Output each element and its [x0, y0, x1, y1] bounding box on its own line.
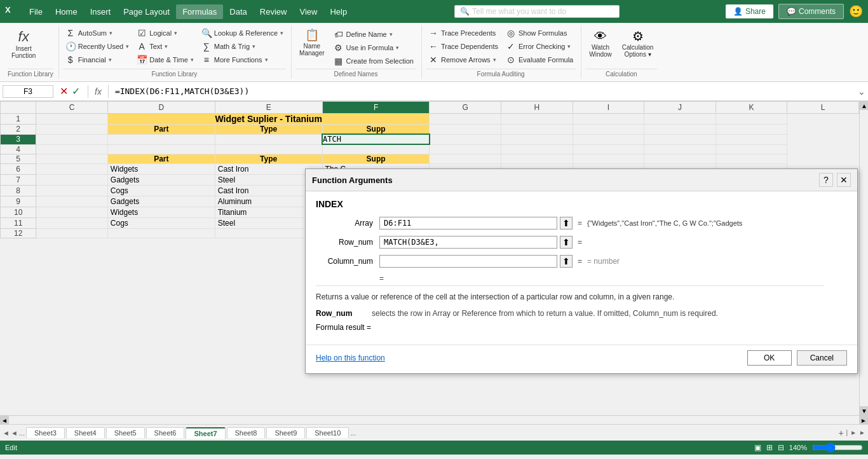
sheet-tab-sheet7[interactable]: Sheet7: [186, 427, 225, 439]
add-sheet-button[interactable]: +: [838, 428, 843, 438]
h-scroll-track[interactable]: [9, 416, 859, 424]
cell-d11[interactable]: Cogs: [107, 217, 215, 228]
scroll-right-button[interactable]: ►: [859, 416, 868, 424]
arg-input-colnum[interactable]: [379, 255, 557, 268]
dialog-close-button[interactable]: ✕: [837, 173, 851, 187]
scroll-tabs-left2[interactable]: ◄: [11, 429, 18, 437]
scroll-sheets-right[interactable]: ►: [850, 429, 857, 436]
name-manager-button[interactable]: 📋 NameManager: [295, 27, 328, 58]
cell-d9[interactable]: Gadgets: [107, 196, 215, 207]
col-header-l[interactable]: L: [787, 102, 859, 114]
zoom-slider[interactable]: [812, 442, 863, 453]
search-box[interactable]: 🔍 Tell me what you want to do: [454, 5, 620, 18]
recently-used-button[interactable]: 🕐 Recently Used ▾: [63, 40, 132, 53]
use-in-formula-button[interactable]: ⚙ Use in Formula ▾: [331, 41, 416, 54]
scroll-down-button[interactable]: ▼: [860, 406, 868, 415]
cell-g1[interactable]: [430, 114, 501, 125]
cell-h1[interactable]: [501, 114, 573, 125]
cell-c10[interactable]: [36, 207, 108, 217]
cell-f2[interactable]: Supp: [322, 125, 430, 135]
ok-button[interactable]: OK: [747, 350, 792, 366]
name-box[interactable]: [3, 85, 53, 98]
vertical-scrollbar[interactable]: ▲ ▼: [859, 101, 868, 415]
cell-c9[interactable]: [36, 196, 108, 207]
cell-e2[interactable]: Type: [215, 125, 322, 135]
function-arguments-dialog[interactable]: Function Arguments ? ✕ INDEX Array ⬆ = {…: [305, 168, 858, 374]
cell-f3-active[interactable]: ATCH: [322, 134, 430, 144]
cell-f5[interactable]: Supp: [322, 154, 430, 163]
cell-g4[interactable]: [430, 144, 501, 154]
scroll-up-button[interactable]: ▲: [860, 101, 868, 110]
cell-h3[interactable]: [501, 134, 573, 144]
remove-arrows-button[interactable]: ✕ Remove Arrows ▾: [426, 53, 501, 66]
cell-c11[interactable]: [36, 217, 108, 228]
cell-d7[interactable]: Gadgets: [107, 174, 215, 185]
trace-dependents-button[interactable]: ← Trace Dependents: [426, 40, 501, 53]
arg-collapse-colnum[interactable]: ⬆: [560, 255, 573, 268]
col-header-f[interactable]: F: [322, 102, 430, 114]
cell-g3[interactable]: [430, 134, 501, 144]
cell-c2[interactable]: [36, 125, 108, 135]
cell-j2[interactable]: [644, 125, 716, 135]
sheet-tab-sheet10[interactable]: Sheet10: [306, 427, 349, 438]
cell-g5[interactable]: [430, 154, 501, 163]
cell-d10[interactable]: Widgets: [107, 207, 215, 217]
scroll-track[interactable]: [860, 110, 868, 406]
cell-c5[interactable]: [36, 154, 108, 163]
logical-button[interactable]: ☑ Logical ▾: [134, 27, 196, 39]
cell-d3[interactable]: [107, 134, 215, 144]
cancel-button[interactable]: Cancel: [797, 350, 847, 366]
cell-k1[interactable]: [715, 114, 787, 125]
share-button[interactable]: 👤 Share: [726, 4, 773, 18]
arg-input-rownum[interactable]: [379, 236, 557, 249]
comments-button[interactable]: 💬 Comments: [778, 4, 844, 19]
cell-j4[interactable]: [644, 144, 716, 154]
define-name-button[interactable]: 🏷 Define Name ▾: [331, 28, 416, 41]
calculation-options-button[interactable]: ⚙ CalculationOptions ▾: [618, 27, 657, 60]
emoji-icon[interactable]: 🙂: [849, 4, 863, 18]
help-link[interactable]: Help on this function: [316, 353, 385, 362]
trace-precedents-button[interactable]: → Trace Precedents: [426, 27, 501, 39]
cell-c4[interactable]: [36, 144, 108, 154]
view-layout-icon[interactable]: ⊞: [766, 443, 773, 452]
cell-c3[interactable]: [36, 134, 108, 144]
cell-i3[interactable]: [573, 134, 644, 144]
scroll-sheets-right2[interactable]: ►: [859, 429, 865, 436]
sheet-tab-sheet9[interactable]: Sheet9: [266, 427, 305, 438]
cell-c12[interactable]: [36, 228, 108, 238]
cell-d2[interactable]: Part: [107, 125, 215, 135]
cell-d8[interactable]: Cogs: [107, 185, 215, 196]
view-normal-icon[interactable]: ▣: [754, 443, 761, 452]
arg-collapse-rownum[interactable]: ⬆: [560, 236, 573, 249]
sheet-tab-sheet5[interactable]: Sheet5: [106, 427, 145, 438]
cell-i1[interactable]: [573, 114, 644, 125]
cell-c8[interactable]: [36, 185, 108, 196]
evaluate-formula-button[interactable]: ⊙ Evaluate Formula: [503, 53, 576, 66]
cell-h2[interactable]: [501, 125, 573, 135]
col-header-d[interactable]: D: [107, 102, 215, 114]
cell-e3[interactable]: [215, 134, 322, 144]
cell-c7[interactable]: [36, 174, 108, 185]
cell-d6[interactable]: Widgets: [107, 163, 215, 174]
sheet-tab-sheet8[interactable]: Sheet8: [227, 427, 266, 438]
cell-i5[interactable]: [573, 154, 644, 163]
more-sheets-left[interactable]: ...: [19, 429, 25, 437]
scroll-tabs-left[interactable]: ◄: [3, 429, 10, 437]
cell-j1[interactable]: [644, 114, 716, 125]
cell-e4[interactable]: [215, 144, 322, 154]
more-sheets-right[interactable]: ...: [350, 429, 356, 437]
cell-h5[interactable]: [501, 154, 573, 163]
sheet-tab-sheet6[interactable]: Sheet6: [146, 427, 185, 438]
cell-h4[interactable]: [501, 144, 573, 154]
col-header-c[interactable]: C: [36, 102, 108, 114]
watch-window-button[interactable]: 👁 WatchWindow: [585, 27, 616, 60]
cell-d4[interactable]: [107, 144, 215, 154]
view-page-break-icon[interactable]: ⊟: [778, 443, 784, 452]
menu-pagelayout[interactable]: Page Layout: [117, 4, 176, 19]
expand-formula-icon[interactable]: ⌄: [858, 86, 865, 97]
cell-i2[interactable]: [573, 125, 644, 135]
datetime-button[interactable]: 📅 Date & Time ▾: [134, 53, 196, 66]
cell-f4[interactable]: [322, 144, 430, 154]
col-header-g[interactable]: G: [430, 102, 501, 114]
menu-review[interactable]: Review: [254, 4, 294, 19]
